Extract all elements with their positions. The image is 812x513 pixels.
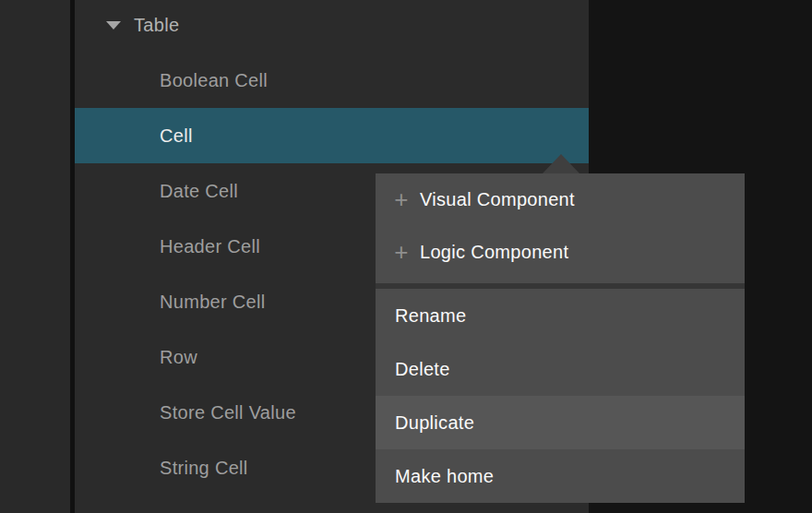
context-menu-actions-section: Rename Delete Duplicate Make home bbox=[376, 289, 745, 503]
tree-item-label: Boolean Cell bbox=[160, 70, 268, 91]
tree-item-label: Cell bbox=[160, 125, 193, 147]
menu-item-label: Visual Component bbox=[420, 189, 575, 210]
tree-item-label: Store Cell Value bbox=[160, 402, 296, 424]
menu-item-add-logic-component[interactable]: + Logic Component bbox=[376, 226, 745, 279]
menu-item-label: Delete bbox=[395, 359, 450, 380]
tree-item-label: Date Cell bbox=[160, 181, 238, 202]
menu-item-label: Duplicate bbox=[395, 412, 474, 434]
app-window: Table Boolean Cell Cell Date Cell Header… bbox=[0, 0, 812, 513]
context-menu: + Visual Component + Logic Component Ren… bbox=[376, 173, 745, 503]
menu-item-delete[interactable]: Delete bbox=[376, 342, 745, 396]
left-rail bbox=[0, 0, 70, 513]
menu-item-duplicate[interactable]: Duplicate bbox=[376, 396, 745, 449]
menu-item-label: Make home bbox=[395, 466, 494, 487]
tree-item-label: Number Cell bbox=[160, 292, 265, 313]
plus-icon: + bbox=[392, 190, 411, 209]
tree-item-cell[interactable]: Cell bbox=[75, 108, 589, 163]
tree-group-table[interactable]: Table bbox=[75, 0, 589, 53]
context-menu-create-section: + Visual Component + Logic Component bbox=[376, 173, 745, 283]
tree-item-label: Row bbox=[160, 347, 197, 368]
menu-item-add-visual-component[interactable]: + Visual Component bbox=[376, 173, 745, 226]
tree-item-label: Header Cell bbox=[160, 236, 260, 257]
menu-item-make-home[interactable]: Make home bbox=[376, 449, 745, 503]
menu-pointer-arrow-icon bbox=[543, 154, 579, 173]
plus-icon: + bbox=[392, 243, 411, 261]
tree-item-label: String Cell bbox=[160, 458, 248, 479]
tree-item-boolean-cell[interactable]: Boolean Cell bbox=[75, 53, 589, 108]
menu-item-rename[interactable]: Rename bbox=[376, 289, 745, 342]
menu-item-label: Rename bbox=[395, 305, 466, 327]
tree-group-label: Table bbox=[134, 15, 179, 36]
chevron-down-icon[interactable] bbox=[106, 21, 121, 30]
menu-item-label: Logic Component bbox=[420, 242, 568, 263]
